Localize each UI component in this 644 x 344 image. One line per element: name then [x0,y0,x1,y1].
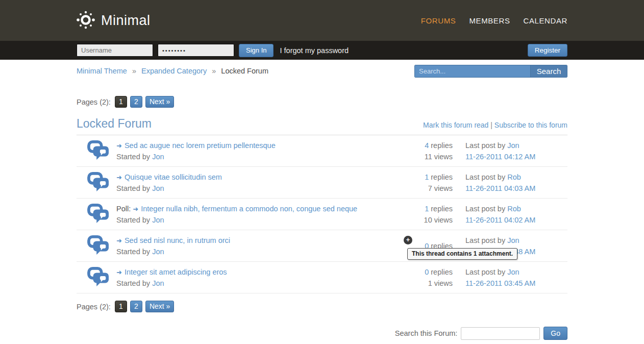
password-input[interactable] [158,44,234,57]
thread-main: ➜Quisque vitae sollicitudin sem Started … [116,171,399,194]
replies-count-link[interactable]: 1 [425,173,429,181]
poll-prefix: Poll: [116,205,131,213]
pagination-bottom: Pages (2): 1 2 Next » [77,301,567,312]
views-count: 11 [425,153,432,161]
username-input[interactable] [77,44,153,57]
goto-first-unread-icon[interactable]: ➜ [116,142,122,150]
replies-label: replies [431,205,453,213]
started-by-label: Started by [116,184,150,192]
goto-first-unread-icon[interactable]: ➜ [116,268,122,276]
breadcrumb-separator: » [132,67,136,75]
thread-author-link[interactable]: Jon [152,216,164,224]
thread-author-link[interactable]: Jon [152,153,164,161]
thread-main: ➜Sed sed nisl nunc, in rutrum orci Start… [116,235,399,257]
started-by-label: Started by [116,216,150,224]
subscribe-forum-link[interactable]: Subscribe to this forum [494,121,567,129]
page-2-button[interactable]: 2 [130,96,142,108]
views-label: views [434,279,453,287]
pagination-top: Pages (2): 1 2 Next » [77,96,567,108]
last-post-label: Last post by [465,141,505,150]
forum-search-label: Search this Forum: [395,329,458,337]
replies-label: replies [431,268,453,276]
last-post-label: Last post by [465,268,505,276]
thread-title-link[interactable]: Quisque vitae sollicitudin sem [125,173,222,181]
views-count: 7 [428,184,432,192]
thread-stats: 4 replies 11 views [399,140,453,162]
nav-forums[interactable]: FORUMS [421,16,456,25]
forgot-password-link[interactable]: I forgot my password [280,46,349,55]
replies-count-link[interactable]: 1 [425,205,429,213]
mark-forum-read-link[interactable]: Mark this forum read [423,121,488,129]
thread-row: ➜Quisque vitae sollicitudin sem Started … [77,167,567,199]
thread-stats: 0 replies 1 views [399,266,453,289]
thread-bubbles-icon [77,235,116,257]
sign-in-button[interactable]: Sign In [239,44,274,57]
thread-author-link[interactable]: Jon [152,184,164,192]
page-title: Locked Forum [77,117,152,131]
last-post-label: Last post by [465,205,505,213]
thread-bubbles-icon [77,203,116,226]
thread-lastpost: Last post by Rob 11-26-2011 04:03 AM [465,171,567,194]
goto-first-unread-icon[interactable]: ➜ [133,205,138,213]
search-button[interactable]: Search [530,65,567,77]
brand-name: Minimal [101,13,151,29]
last-post-date-link[interactable]: 11-26-2011 04:02 AM [465,216,535,224]
nav-calendar[interactable]: CALENDAR [524,16,568,25]
attachment-plus-icon[interactable]: + [404,236,412,244]
page-1-button[interactable]: 1 [115,301,127,312]
site-logo[interactable]: Minimal [76,9,151,32]
thread-main: ➜Sed ac augue nec lorem pretium pellente… [116,140,399,162]
last-post-date-link[interactable]: 11-26-2011 04:12 AM [465,153,535,161]
goto-first-unread-icon[interactable]: ➜ [116,174,122,181]
last-post-date-link[interactable]: 11-26-2011 03:45 AM [465,279,535,287]
thread-main: Poll: ➜Integer nulla nibh, fermentum a c… [116,203,399,226]
last-post-author-link[interactable]: Jon [507,141,519,150]
replies-label: replies [431,173,453,181]
replies-count-link[interactable]: 4 [425,141,429,150]
thread-lastpost: Last post by Rob 11-26-2011 04:02 AM [465,203,567,226]
logo-sun-dots-icon [76,9,96,32]
views-label: views [434,216,453,224]
breadcrumb-category[interactable]: Expanded Category [141,67,207,75]
replies-count-link[interactable]: 0 [425,268,429,276]
goto-first-unread-icon[interactable]: ➜ [116,237,122,244]
thread-row: ➜Sed ac augue nec lorem pretium pellente… [77,135,567,167]
last-post-author-link[interactable]: Jon [507,236,519,244]
main-nav: FORUMS MEMBERS CALENDAR [421,16,567,25]
thread-author-link[interactable]: Jon [152,279,164,287]
search-input[interactable] [415,65,530,77]
thread-title-link[interactable]: Integer nulla nibh, fermentum a commodo … [141,205,357,213]
nav-members[interactable]: MEMBERS [469,16,510,25]
thread-bubbles-icon [77,140,116,162]
forum-search-row: Search this Forum: Go [77,327,567,340]
last-post-author-link[interactable]: Rob [507,205,521,213]
forum-search-input[interactable] [461,327,540,340]
page-2-button[interactable]: 2 [130,301,142,312]
thread-row: ➜Integer sit amet adipiscing eros Starte… [77,262,567,293]
last-post-author-link[interactable]: Jon [507,268,519,276]
thread-stats: 1 replies 7 views [399,171,453,194]
thread-title-link[interactable]: Sed ac augue nec lorem pretium pellentes… [125,141,276,150]
thread-main: ➜Integer sit amet adipiscing eros Starte… [116,266,399,289]
last-post-date-link[interactable]: 11-26-2011 04:03 AM [465,184,535,192]
breadcrumb-separator: » [212,67,216,75]
attachment-tooltip: This thread contains 1 attachment. [407,248,517,260]
register-button[interactable]: Register [528,44,567,57]
started-by-label: Started by [116,248,150,256]
thread-title-link[interactable]: Integer sit amet adipiscing eros [125,268,227,276]
forum-search-go-button[interactable]: Go [543,327,567,340]
thread-author-link[interactable]: Jon [152,248,164,256]
views-label: views [434,153,453,161]
next-page-button[interactable]: Next » [145,96,174,108]
last-post-label: Last post by [465,236,505,244]
login-bar: Sign In I forgot my password Register [0,41,644,60]
link-separator: | [490,121,492,129]
breadcrumb-current: Locked Forum [221,67,268,75]
breadcrumb-home[interactable]: Minimal Theme [77,67,127,75]
thread-bubbles-icon [77,266,116,289]
thread-title-link[interactable]: Sed sed nisl nunc, in rutrum orci [125,236,230,244]
next-page-button[interactable]: Next » [145,301,174,312]
last-post-author-link[interactable]: Rob [507,173,521,181]
page-1-button[interactable]: 1 [115,96,127,108]
main-content: Minimal Theme » Expanded Category » Lock… [77,65,567,344]
